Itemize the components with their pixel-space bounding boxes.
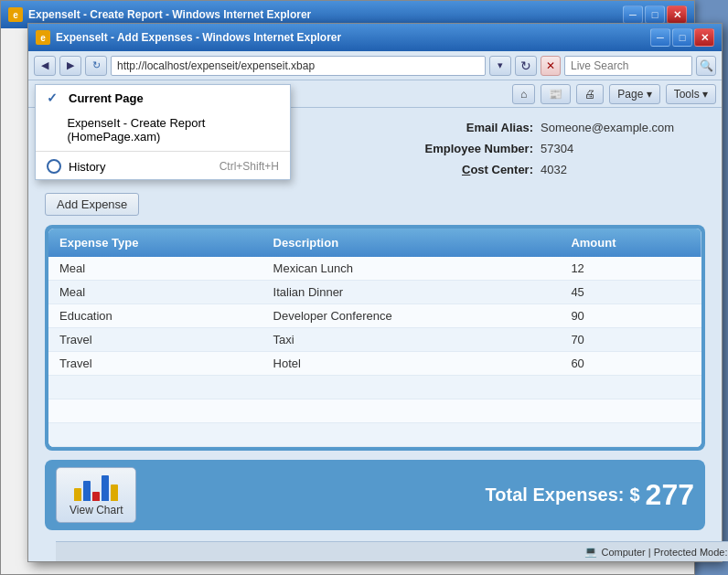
home-button[interactable]: ⌂ [512,84,535,104]
cell-amount: 90 [560,304,701,328]
cell-description: Taxi [262,328,561,352]
feeds-button[interactable]: 📰 [541,84,571,104]
cell-type: Travel [48,328,262,352]
currency-symbol: $ [629,484,639,506]
fg-window-controls: ─ □ ✕ [650,28,714,47]
cell-description: Hotel [262,352,561,376]
check-icon: ✓ [47,91,61,105]
chart-bar-4 [102,475,109,501]
bg-minimize-button[interactable]: ─ [623,5,643,24]
col-header-type: Expense Type [48,229,262,257]
table-row: EducationDeveloper Conference90 [48,304,701,328]
footer-area: View Chart Total Expenses: $ 277 [45,460,705,530]
forward-button[interactable]: ▶ [59,56,81,76]
address-input[interactable] [111,56,486,76]
address-bar: ◀ ▶ ↻ ▾ ↻ ✕ 🔍 [28,51,722,80]
add-expense-button[interactable]: Add Expense [45,193,139,216]
bg-maximize-button[interactable]: □ [645,5,665,24]
dropdown-divider [36,151,290,152]
fg-window-title: ExpenseIt - Add Expenses - Windows Inter… [56,31,341,44]
employee-row: Employee Number: 57304 [425,142,705,155]
cost-center-label: Cost Center: [462,163,533,176]
email-row: Email Alias: Someone@example.com [466,121,705,134]
print-icon: 🖨 [584,88,595,101]
email-value: Someone@example.com [541,121,705,134]
table-row-empty [48,399,701,423]
chart-bar-1 [74,488,81,501]
print-button[interactable]: 🖨 [576,84,604,104]
expenses-table-wrapper: Expense Type Description Amount MealMexi… [45,225,705,451]
tools-button[interactable]: Tools ▾ [666,84,716,104]
history-label: History [69,160,105,174]
table-header-row: Expense Type Description Amount [48,229,701,257]
status-bar: 💻 Computer | Protected Mode: Off [56,541,728,561]
bg-window-controls: ─ □ ✕ [623,5,687,24]
cell-amount: 60 [560,352,701,376]
bg-window-title: ExpenseIt - Create Report - Windows Inte… [28,8,311,21]
fg-maximize-button[interactable]: □ [672,28,692,47]
fg-minimize-button[interactable]: ─ [650,28,670,47]
dropdown-arrow[interactable]: ▾ [489,56,511,76]
dropdown-create-report[interactable]: ExpenseIt - Create Report (HomePage.xam) [36,111,290,149]
employee-value: 57304 [541,142,705,155]
cell-type: Travel [48,352,262,376]
cell-amount: 12 [560,257,701,281]
feeds-icon: 📰 [549,88,562,101]
cost-center-row: Cost Center: 4032 [462,163,705,176]
cell-type: Education [48,304,262,328]
status-text: Computer | Protected Mode: Off [601,547,728,558]
total-label: Total Expenses: [486,484,625,506]
history-icon [47,159,61,174]
history-shortcut: Ctrl+Shift+H [219,160,279,173]
cell-amount: 45 [560,281,701,304]
search-input[interactable] [564,56,692,76]
fg-window-icon: e [36,30,50,45]
go-button[interactable]: ↻ [515,56,537,76]
employee-label: Employee Number: [425,142,533,155]
cell-description: Italian Dinner [262,281,561,304]
view-chart-button[interactable]: View Chart [56,467,136,523]
computer-icon: 💻 [584,546,597,558]
dropdown-current-page[interactable]: ✓ Current Page [36,85,290,111]
home-icon: ⌂ [520,88,527,101]
email-label: Email Alias: [466,121,533,134]
expenses-table: Expense Type Description Amount MealMexi… [48,229,701,447]
dropdown-history[interactable]: History Ctrl+Shift+H [36,154,290,179]
refresh-button[interactable]: ↻ [85,56,107,76]
stop-button[interactable]: ✕ [541,56,561,76]
chart-bar-2 [83,481,91,501]
back-button[interactable]: ◀ [34,56,56,76]
bg-close-button[interactable]: ✕ [667,5,687,24]
status-right: 💻 Computer | Protected Mode: Off [584,546,728,558]
table-row: MealMexican Lunch12 [48,257,701,281]
page-label: Page ▾ [617,88,651,101]
table-row-empty [48,423,701,447]
tools-label: Tools ▾ [674,88,708,101]
table-row: TravelHotel60 [48,352,701,376]
col-header-description: Description [262,229,561,257]
dropdown-menu: ✓ Current Page ExpenseIt - Create Report… [35,84,291,180]
search-button[interactable]: 🔍 [696,56,716,76]
table-row: TravelTaxi70 [48,328,701,352]
col-header-amount: Amount [560,229,701,257]
cell-amount: 70 [560,328,701,352]
chart-icon [74,474,118,501]
table-row-empty [48,376,701,399]
bg-window-icon: e [8,7,23,22]
fg-title-bar: e ExpenseIt - Add Expenses - Windows Int… [28,24,722,51]
cell-type: Meal [48,281,262,304]
create-report-label: ExpenseIt - Create Report (HomePage.xam) [67,116,279,144]
total-amount: 277 [646,478,694,512]
cell-description: Developer Conference [262,304,561,328]
fg-close-button[interactable]: ✕ [694,28,714,47]
cell-type: Meal [48,257,262,281]
table-row: MealItalian Dinner45 [48,281,701,304]
current-page-label: Current Page [69,91,144,105]
view-chart-label: View Chart [70,504,123,516]
chart-bar-5 [111,484,118,501]
page-button[interactable]: Page ▾ [609,84,659,104]
total-expenses: Total Expenses: $ 277 [486,478,694,512]
cost-center-value: 4032 [541,163,705,176]
cell-description: Mexican Lunch [262,257,561,281]
chart-bar-3 [92,492,100,501]
